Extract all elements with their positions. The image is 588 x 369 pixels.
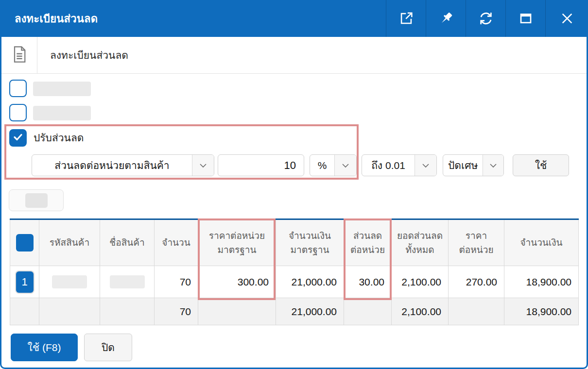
row-number-badge[interactable]: 1 [16,271,34,293]
total-empty-cell [10,298,39,325]
total-quantity-cell: 70 [155,298,198,325]
amount-cell: 18,900.00 [504,266,579,298]
col-header-amount: จำนวนเงิน [504,219,579,266]
table-header-row: รหัสสินค้า ชื่อสินค้า จำนวน ราคาต่อหน่วย… [10,219,579,266]
total-discount-cell: 2,100.00 [392,266,449,298]
std-amount-cell: 21,000.00 [276,266,344,298]
page-title: ลงทะเบียนส่วนลด [37,37,128,73]
button-label-placeholder [25,193,48,208]
total-std-amount-cell: 21,000.00 [276,298,344,325]
discount-per-unit-cell: 30.00 [344,266,392,298]
refresh-icon [478,10,494,27]
discount-type-select-value: ส่วนลดต่อหน่วยตามสินค้า [32,155,192,176]
discount-value-input[interactable] [218,155,304,176]
rounding-select[interactable]: ปัดเศษ [443,154,504,176]
open-in-new-window-icon [398,10,415,27]
select-all-header-cell [10,219,39,266]
total-empty-cell [39,298,100,325]
open-in-new-window-button[interactable] [386,0,426,37]
discount-type-select[interactable]: ส่วนลดต่อหน่วยตามสินค้า [32,154,214,176]
chevron-down-icon [192,155,214,176]
product-code-cell [39,266,100,298]
chevron-down-icon [483,155,503,176]
product-name-placeholder [110,275,145,288]
product-name-cell [100,266,155,298]
row-number-cell: 1 [10,266,39,298]
adjust-discount-checkbox[interactable] [9,129,27,147]
document-icon-cell [1,37,37,73]
total-empty-cell [100,298,155,325]
col-header-product-code: รหัสสินค้า [39,219,100,266]
discount-registration-dialog: ลงทะเบียนส่วนลด [0,0,588,369]
checkmark-icon [12,131,24,145]
table-row: 1 70 300.00 21,000.00 30.00 2,100.00 270… [10,266,579,298]
total-discount-sum-cell: 2,100.00 [392,298,449,325]
redacted-action-button[interactable] [9,189,64,211]
total-empty-cell [198,298,276,325]
apply-f8-button[interactable]: ใช้ (F8) [11,334,78,361]
pin-icon [438,10,454,27]
pin-button[interactable] [426,0,466,37]
col-header-std-unit-price: ราคาต่อหน่วยมาตรฐาน [198,219,276,266]
adjust-discount-label: ปรับส่วนลด [34,129,84,147]
col-header-std-amount: จำนวนเงินมาตรฐาน [276,219,344,266]
product-code-placeholder [52,275,87,288]
option-label-placeholder-1 [33,82,91,96]
col-header-total-discount: ยอดส่วนลดทั้งหมด [392,219,449,266]
std-unit-price-cell: 300.00 [198,266,276,298]
option-checkbox-1[interactable] [9,80,27,97]
quantity-cell: 70 [155,266,198,298]
total-empty-cell [449,298,504,325]
close-button[interactable] [545,0,588,37]
discount-unit-select-value: % [310,155,334,176]
col-header-discount-per-unit: ส่วนลดต่อหน่วย [344,219,392,266]
page-header-row: ลงทะเบียนส่วนลด [1,37,587,74]
chevron-down-icon [415,155,436,176]
discount-unit-select[interactable]: % [310,154,357,176]
unit-price-cell: 270.00 [449,266,504,298]
select-all-checkbox[interactable] [16,234,34,252]
col-header-product-name: ชื่อสินค้า [100,219,155,266]
close-icon [559,11,575,26]
table-total-row: 70 21,000.00 2,100.00 18,900.00 [10,298,579,325]
apply-discount-button[interactable]: ใช้ [513,154,569,176]
items-table: รหัสสินค้า ชื่อสินค้า จำนวน ราคาต่อหน่วย… [10,218,578,325]
rounding-select-value: ปัดเศษ [443,155,483,176]
close-dialog-button[interactable]: ปิด [84,334,132,361]
option-checkbox-2[interactable] [9,104,27,121]
precision-select[interactable]: ถึง 0.01 [362,154,437,176]
refresh-button[interactable] [466,0,505,37]
total-empty-cell [344,298,392,325]
option-label-placeholder-2 [33,106,91,120]
title-bar: ลงทะเบียนส่วนลด [0,0,588,37]
maximize-icon [518,11,534,26]
col-header-unit-price: ราคาต่อหน่วย [449,219,504,266]
precision-select-value: ถึง 0.01 [362,155,415,176]
col-header-quantity: จำนวน [155,219,198,266]
discount-value-field [218,154,304,176]
window-title: ลงทะเบียนส่วนลด [0,10,386,27]
total-amount-cell: 18,900.00 [504,298,579,325]
maximize-button[interactable] [505,0,545,37]
chevron-down-icon [334,155,356,176]
document-icon [12,46,27,65]
